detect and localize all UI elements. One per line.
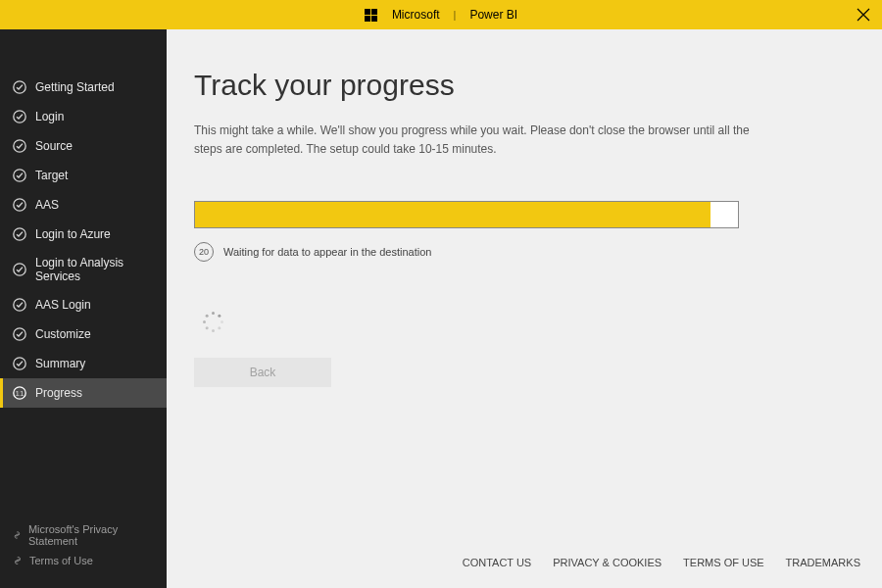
check-circle-icon	[12, 262, 27, 277]
page-description: This might take a while. We'll show you …	[194, 122, 762, 158]
check-circle-icon	[12, 226, 27, 242]
check-circle-icon	[12, 168, 27, 183]
brand-product: Power BI	[469, 8, 517, 22]
nav-progress[interactable]: 11 Progress	[0, 378, 167, 408]
check-circle-icon	[12, 79, 27, 95]
nav-aas-login[interactable]: AAS Login	[0, 290, 167, 319]
nav-label: Customize	[35, 327, 91, 341]
nav-customize[interactable]: Customize	[0, 319, 167, 349]
link-icon	[12, 529, 23, 541]
nav-aas[interactable]: AAS	[0, 190, 167, 220]
contact-us-link[interactable]: CONTACT US	[463, 557, 532, 568]
progress-bar-fill	[195, 202, 710, 227]
page-title: Track your progress	[194, 69, 843, 102]
loading-spinner-icon	[202, 311, 223, 332]
check-circle-icon	[12, 297, 27, 313]
nav-label: Source	[35, 139, 73, 153]
nav-login-analysis[interactable]: Login to Analysis Services	[0, 249, 167, 290]
brand-block: Microsoft | Power BI	[365, 8, 517, 22]
close-button[interactable]	[855, 6, 872, 24]
brand-company: Microsoft	[392, 8, 440, 22]
back-button[interactable]: Back	[194, 358, 331, 387]
content-area: Track your progress This might take a wh…	[167, 29, 882, 588]
back-button-label: Back	[250, 366, 276, 379]
nav-label: Progress	[35, 386, 82, 400]
nav-label: Summary	[35, 357, 85, 370]
nav-list: Getting Started Login Source	[0, 29, 167, 512]
brand-separator: |	[454, 9, 457, 21]
nav-source[interactable]: Source	[0, 131, 167, 161]
nav-target[interactable]: Target	[0, 161, 167, 190]
sidebar: Getting Started Login Source	[0, 29, 167, 588]
nav-label: Getting Started	[35, 80, 115, 94]
trademarks-link[interactable]: TRADEMARKS	[786, 557, 860, 568]
status-step-badge: 20	[194, 242, 214, 262]
link-label: Microsoft's Privacy Statement	[28, 523, 157, 547]
nav-label: Login to Azure	[35, 227, 111, 241]
link-label: Terms of Use	[29, 555, 93, 566]
privacy-cookies-link[interactable]: PRIVACY & COOKIES	[553, 557, 662, 568]
step-number-icon: 11	[12, 385, 27, 401]
progress-bar	[194, 201, 739, 228]
nav-label: AAS Login	[35, 298, 91, 312]
close-icon	[857, 8, 870, 22]
sidebar-footer: Microsoft's Privacy Statement Terms of U…	[0, 512, 167, 588]
status-row: 20 Waiting for data to appear in the des…	[194, 242, 843, 262]
check-circle-icon	[12, 197, 27, 213]
status-text: Waiting for data to appear in the destin…	[223, 246, 431, 258]
nav-label: Login to Analysis Services	[35, 256, 157, 283]
link-icon	[12, 555, 24, 566]
nav-label: Target	[35, 169, 68, 182]
top-banner: Microsoft | Power BI	[0, 0, 882, 29]
footer-links: CONTACT US PRIVACY & COOKIES TERMS OF US…	[463, 557, 860, 568]
check-circle-icon	[12, 138, 27, 154]
check-circle-icon	[12, 109, 27, 124]
terms-of-use-footer-link[interactable]: TERMS OF USE	[683, 557, 764, 568]
nav-getting-started[interactable]: Getting Started	[0, 73, 167, 102]
app-root: Microsoft | Power BI Getting Started	[0, 0, 882, 588]
nav-label: Login	[35, 110, 64, 123]
check-circle-icon	[12, 356, 27, 371]
check-circle-icon	[12, 326, 27, 342]
main-panel: Track your progress This might take a wh…	[167, 29, 882, 588]
microsoft-logo-icon	[365, 8, 378, 22]
nav-label: AAS	[35, 198, 59, 212]
nav-login-azure[interactable]: Login to Azure	[0, 220, 167, 249]
status-step-number: 20	[199, 247, 209, 257]
terms-of-use-link[interactable]: Terms of Use	[12, 551, 157, 570]
privacy-statement-link[interactable]: Microsoft's Privacy Statement	[12, 519, 157, 551]
svg-text:11: 11	[16, 389, 24, 398]
nav-login[interactable]: Login	[0, 102, 167, 131]
body: Getting Started Login Source	[0, 29, 882, 588]
nav-summary[interactable]: Summary	[0, 349, 167, 378]
